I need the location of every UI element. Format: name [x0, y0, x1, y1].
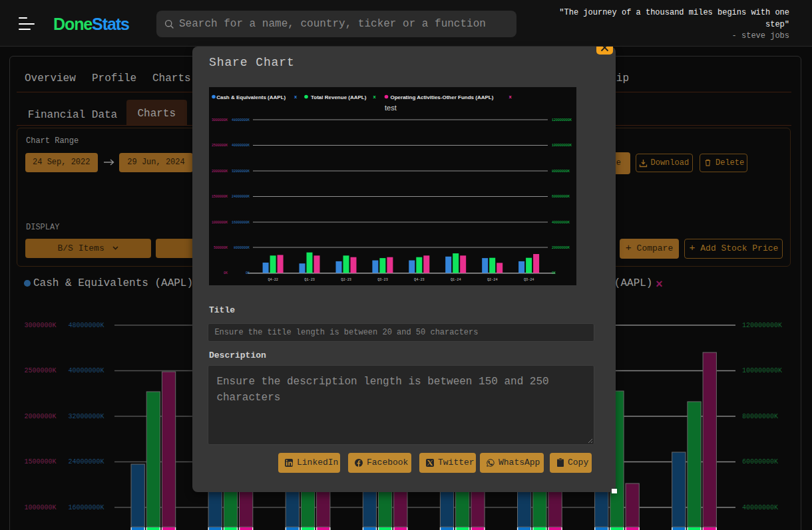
svg-text:3000000K: 3000000K	[212, 118, 228, 122]
svg-text:test: test	[385, 104, 397, 112]
svg-text:48000000K: 48000000K	[232, 118, 250, 122]
svg-text:1500000K: 1500000K	[212, 195, 228, 199]
svg-text:120000000K: 120000000K	[552, 118, 572, 122]
svg-text:Q3-24: Q3-24	[524, 278, 534, 282]
svg-text:2000000K: 2000000K	[212, 170, 228, 174]
svg-text:80000000K: 80000000K	[552, 170, 570, 174]
svg-text:Q2-24: Q2-24	[487, 278, 498, 282]
svg-text:24000000K: 24000000K	[232, 195, 250, 199]
svg-text:Q1-24: Q1-24	[451, 278, 461, 282]
svg-text:20000000K: 20000000K	[552, 246, 570, 250]
svg-text:0K: 0K	[246, 271, 250, 275]
svg-text:40000000K: 40000000K	[552, 221, 570, 225]
svg-text:Cash & Equivalents (AAPL): Cash & Equivalents (AAPL)	[216, 94, 286, 100]
svg-text:0K: 0K	[224, 271, 228, 275]
svg-text:16000000K: 16000000K	[232, 221, 250, 225]
svg-text:Q3-23: Q3-23	[377, 278, 388, 282]
svg-text:1000000K: 1000000K	[212, 221, 228, 225]
svg-text:Q4-22: Q4-22	[268, 278, 278, 282]
svg-text:Q2-23: Q2-23	[341, 278, 351, 282]
svg-text:Q4-23: Q4-23	[414, 278, 425, 282]
svg-text:8000000K: 8000000K	[234, 246, 250, 250]
svg-text:100000000K: 100000000K	[552, 144, 572, 148]
svg-text:Total Revenue (AAPL): Total Revenue (AAPL)	[311, 94, 367, 100]
svg-text:Q1-23: Q1-23	[304, 278, 315, 282]
svg-text:40000000K: 40000000K	[232, 144, 250, 148]
svg-text:60000000K: 60000000K	[552, 195, 570, 199]
svg-text:32000000K: 32000000K	[232, 170, 250, 174]
svg-text:500000K: 500000K	[214, 246, 228, 250]
svg-text:0K: 0K	[552, 271, 556, 275]
svg-text:Operating Activities-Other Fun: Operating Activities-Other Funds (AAPL)	[391, 94, 494, 100]
svg-text:2500000K: 2500000K	[212, 144, 228, 148]
